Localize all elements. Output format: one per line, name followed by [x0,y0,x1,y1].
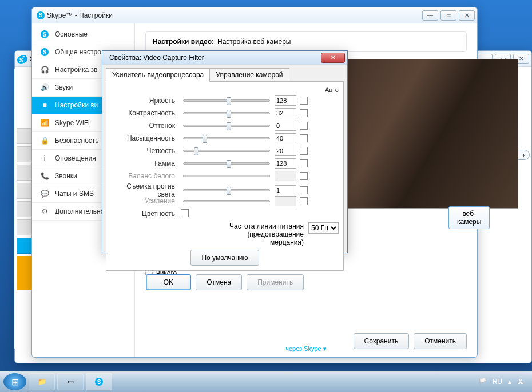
slider-thumb[interactable] [194,147,198,155]
slider-track[interactable] [183,112,270,114]
slider-label: Усиление [111,197,178,205]
tray-network-icon[interactable]: 🖧 [517,378,524,386]
slider-value[interactable] [275,158,296,169]
content-header: Настройки видео: Настройка веб-камеры [145,31,467,52]
slider-value[interactable] [275,133,296,143]
slider-track [183,200,270,202]
tab-panel-amp: Авто ЯркостьКонтрастностьОттенокНасыщенн… [106,81,344,271]
slider-track[interactable] [183,150,270,152]
sidebar-icon: S [40,30,49,38]
sidebar-icon: ⚙ [40,207,49,215]
cancel-button[interactable]: Отменить [414,333,467,349]
slider-value[interactable] [275,146,296,156]
save-button[interactable]: Сохранить [354,333,410,349]
default-button[interactable]: По умолчанию [190,250,259,266]
auto-checkbox[interactable] [300,159,308,167]
slider-row-4: Четкость [111,145,339,157]
slider-thumb[interactable] [227,110,231,118]
slider-thumb[interactable] [227,160,231,168]
slider-row-0: Яркость [111,94,339,107]
tray-flag-icon[interactable]: 🏳️ [478,378,487,386]
sidebar-item-label: Skype WiFi [55,119,90,127]
slider-row-7: Съемка против света [111,182,339,195]
props-tabs: Усилитель видеопроцессора Управление кам… [106,68,344,82]
ok-button[interactable]: OK [146,274,191,290]
slider-label: Оттенок [111,122,178,130]
sidebar-icon: ■ [40,101,49,109]
taskbar[interactable]: ⊞ 📁 ▭ S 🏳️ RU ▴ 🖧 [0,371,532,392]
slider-value [275,196,296,206]
auto-checkbox[interactable] [300,97,308,105]
slider-track[interactable] [183,162,270,165]
props-titlebar[interactable]: Свойства: Video Capture Filter ✕ [102,51,347,65]
props-close-button[interactable]: ✕ [321,53,345,63]
system-tray[interactable]: 🏳️ RU ▴ 🖧 [478,378,529,386]
tab-camera-control[interactable]: Управление камерой [209,68,289,82]
start-button[interactable]: ⊞ [3,373,26,390]
auto-checkbox[interactable] [300,134,308,142]
slider-label: Цветность [111,210,178,218]
close-button[interactable]: ✕ [459,10,475,21]
auto-checkbox[interactable] [300,197,308,205]
slider-row-3: Насыщенность [111,132,339,145]
slider-thumb[interactable] [227,97,231,105]
slider-label: Четкость [111,147,178,155]
auto-checkbox[interactable] [300,147,308,155]
color-enable-checkbox[interactable] [181,209,189,217]
slider-value[interactable] [275,185,296,195]
slider-label: Яркость [111,97,178,105]
apply-button[interactable]: Применить [247,274,304,290]
props-cancel-button[interactable]: Отмена [196,274,242,290]
video-capture-filter-dialog: Свойства: Video Capture Filter ✕ Усилите… [102,50,348,253]
sidebar-icon: 🎧 [40,66,49,74]
slider-row-2: Оттенок [111,119,339,132]
slider-thumb[interactable] [227,122,231,130]
slider-value[interactable] [275,95,296,106]
sidebar-item-label: Звуки [55,83,73,91]
slider-label: Насыщенность [111,134,178,142]
auto-column-header: Авто [111,86,339,93]
minimize-button[interactable]: — [422,10,438,21]
slider-value[interactable] [275,108,296,118]
slider-track[interactable] [183,125,270,127]
sidebar-icon: 📞 [40,172,49,180]
sidebar-icon: 🔒 [40,137,49,145]
auto-checkbox[interactable] [300,122,308,130]
via-skype-link[interactable]: через Skype ▾ [285,345,327,353]
sidebar-item-0[interactable]: SОсновные [32,26,134,43]
slider-label: Контрастность [111,109,178,117]
sidebar-item-label: Настройка зв [55,66,97,74]
taskbar-explorer-icon[interactable]: 📁 [29,373,55,390]
slider-row-1: Контрастность [111,107,339,119]
content-header-label: Настройки видео: [153,38,214,46]
slider-label: Гамма [111,159,178,167]
slider-thumb[interactable] [227,187,231,195]
sidebar-item-label: Дополнительно [55,207,104,215]
taskbar-skype-icon[interactable]: S [86,373,112,390]
content-header-value: Настройка веб-камеры [217,38,291,46]
tab-video-amp[interactable]: Усилитель видеопроцессора [106,68,210,82]
nav-right-button[interactable]: › [518,150,530,160]
taskbar-app-icon[interactable]: ▭ [57,373,84,390]
slider-track[interactable] [183,99,270,102]
slider-row-8: Усиление [111,195,339,207]
maximize-button[interactable]: ▭ [440,10,456,21]
webcam-settings-button[interactable]: веб-камеры [448,206,490,229]
auto-checkbox[interactable] [300,109,308,117]
tray-chevron-icon[interactable]: ▴ [508,378,511,386]
settings-titlebar[interactable]: S Skype™ - Настройки — ▭ ✕ [32,7,477,23]
sidebar-item-label: Безопасность [55,137,99,145]
tray-lang-indicator[interactable]: RU [493,378,502,386]
slider-row-5: Гамма [111,157,339,170]
powerline-freq-select[interactable]: 50 Гц [308,222,339,234]
slider-track[interactable] [183,189,270,191]
window-title: Skype™ - Настройки [47,11,422,19]
slider-row-6: Баланс белого [111,170,339,182]
auto-checkbox[interactable] [300,186,308,194]
skype-logo-icon: S [37,11,45,19]
slider-thumb[interactable] [203,135,207,143]
slider-track[interactable] [183,137,270,139]
sidebar-icon: 🔊 [40,83,49,91]
slider-value[interactable] [275,121,296,131]
auto-checkbox[interactable] [300,172,308,180]
